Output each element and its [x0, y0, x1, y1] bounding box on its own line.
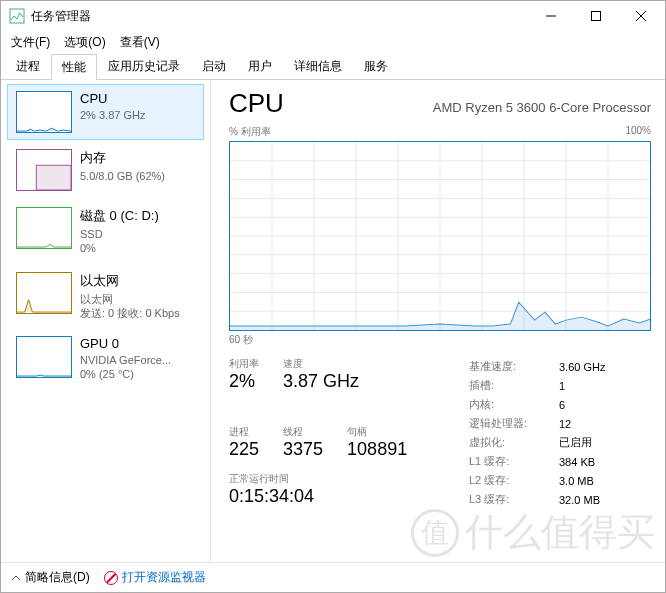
app-icon [9, 8, 25, 24]
sidebar-disk-name: 磁盘 0 (C: D:) [80, 207, 159, 225]
prohibit-icon [104, 571, 118, 585]
sidebar-gpu-name: GPU 0 [80, 336, 171, 351]
sidebar-cpu-sub: 2% 3.87 GHz [80, 108, 145, 122]
titlebar: 任务管理器 [1, 1, 665, 31]
base-speed-label: 基准速度: [469, 357, 559, 376]
thread-label: 线程 [283, 425, 323, 439]
chevron-up-icon [11, 573, 21, 583]
handle-label: 句柄 [347, 425, 407, 439]
sockets-label: 插槽: [469, 376, 559, 395]
sidebar-item-cpu[interactable]: CPU2% 3.87 GHz [7, 84, 204, 140]
window-title: 任务管理器 [31, 8, 528, 25]
lproc-value: 12 [559, 414, 605, 433]
cpu-model: AMD Ryzen 5 3600 6-Core Processor [433, 100, 651, 115]
svg-rect-5 [36, 165, 71, 190]
l2-value: 3.0 MB [559, 471, 605, 490]
fewer-details-button[interactable]: 简略信息(D) [11, 569, 90, 586]
close-button[interactable] [618, 1, 663, 31]
cpu-thumb [16, 91, 72, 133]
sidebar-eth-name: 以太网 [80, 272, 180, 290]
tab-users[interactable]: 用户 [237, 53, 283, 79]
l1-label: L1 缓存: [469, 452, 559, 471]
tab-services[interactable]: 服务 [353, 53, 399, 79]
tab-performance[interactable]: 性能 [51, 54, 97, 80]
tab-bar: 进程 性能 应用历史记录 启动 用户 详细信息 服务 [1, 53, 665, 80]
sidebar-memory-sub: 5.0/8.0 GB (62%) [80, 169, 165, 183]
l3-label: L3 缓存: [469, 490, 559, 509]
uptime-value: 0:15:34:04 [229, 486, 449, 507]
sidebar-item-ethernet[interactable]: 以太网以太网发送: 0 接收: 0 Kbps [7, 265, 204, 328]
sidebar-item-memory[interactable]: 内存5.0/8.0 GB (62%) [7, 142, 204, 198]
sidebar-memory-name: 内存 [80, 149, 165, 167]
disk-thumb [16, 207, 72, 249]
graph-xlabel: 60 秒 [229, 333, 651, 347]
sidebar-item-gpu[interactable]: GPU 0NVIDIA GeForce...0% (25 °C) [7, 329, 204, 389]
proc-label: 进程 [229, 425, 259, 439]
ethernet-thumb [16, 272, 72, 314]
gpu-thumb [16, 336, 72, 378]
lproc-label: 逻辑处理器: [469, 414, 559, 433]
footer: 简略信息(D) 打开资源监视器 [1, 562, 665, 592]
tab-details[interactable]: 详细信息 [283, 53, 353, 79]
cores-label: 内核: [469, 395, 559, 414]
page-title: CPU [229, 88, 284, 119]
uptime-label: 正常运行时间 [229, 472, 449, 486]
sockets-value: 1 [559, 376, 605, 395]
menu-view[interactable]: 查看(V) [114, 32, 166, 53]
virt-label: 虚拟化: [469, 433, 559, 452]
proc-value: 225 [229, 439, 259, 460]
sidebar-cpu-name: CPU [80, 91, 145, 106]
thread-value: 3375 [283, 439, 323, 460]
sidebar-eth-sub2: 发送: 0 接收: 0 Kbps [80, 306, 180, 320]
utilization-graph[interactable] [229, 141, 651, 331]
open-resource-monitor-link[interactable]: 打开资源监视器 [104, 569, 206, 586]
tab-processes[interactable]: 进程 [5, 53, 51, 79]
main-panel: CPU AMD Ryzen 5 3600 6-Core Processor % … [211, 80, 665, 562]
tab-app-history[interactable]: 应用历史记录 [97, 53, 191, 79]
sidebar-gpu-sub1: NVIDIA GeForce... [80, 353, 171, 367]
speed-label: 速度 [283, 357, 359, 371]
sidebar-disk-sub2: 0% [80, 241, 159, 255]
sidebar-item-disk[interactable]: 磁盘 0 (C: D:)SSD0% [7, 200, 204, 263]
svg-rect-2 [591, 12, 600, 21]
l3-value: 32.0 MB [559, 490, 605, 509]
memory-thumb [16, 149, 72, 191]
menubar: 文件(F) 选项(O) 查看(V) [1, 31, 665, 53]
virt-value: 已启用 [559, 433, 605, 452]
menu-options[interactable]: 选项(O) [58, 32, 111, 53]
tab-startup[interactable]: 启动 [191, 53, 237, 79]
base-speed-value: 3.60 GHz [559, 357, 605, 376]
util-value: 2% [229, 371, 259, 392]
menu-file[interactable]: 文件(F) [5, 32, 56, 53]
l2-label: L2 缓存: [469, 471, 559, 490]
speed-value: 3.87 GHz [283, 371, 359, 392]
sidebar: CPU2% 3.87 GHz 内存5.0/8.0 GB (62%) 磁盘 0 (… [1, 80, 211, 562]
sidebar-eth-sub1: 以太网 [80, 292, 180, 306]
sidebar-gpu-sub2: 0% (25 °C) [80, 367, 171, 381]
minimize-button[interactable] [528, 1, 573, 31]
sidebar-disk-sub1: SSD [80, 227, 159, 241]
graph-ymax: 100% [625, 125, 651, 139]
l1-value: 384 KB [559, 452, 605, 471]
maximize-button[interactable] [573, 1, 618, 31]
cores-value: 6 [559, 395, 605, 414]
graph-ylabel: % 利用率 [229, 125, 271, 139]
handle-value: 108891 [347, 439, 407, 460]
util-label: 利用率 [229, 357, 259, 371]
